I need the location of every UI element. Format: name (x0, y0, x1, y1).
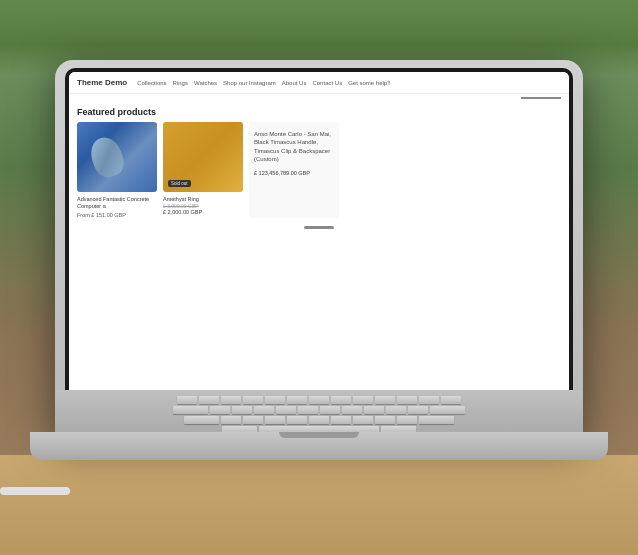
key (419, 416, 454, 424)
key (210, 406, 230, 414)
product-image-1 (77, 122, 157, 192)
key (397, 396, 417, 404)
key (342, 406, 362, 414)
site-logo[interactable]: Theme Demo (77, 78, 127, 87)
nav-contact[interactable]: Contact Us (312, 80, 342, 86)
laptop-cable (0, 487, 70, 495)
key (320, 406, 340, 414)
key (184, 416, 219, 424)
table-surface (0, 455, 638, 555)
key (309, 396, 329, 404)
key (232, 406, 252, 414)
key (221, 396, 241, 404)
key (276, 406, 296, 414)
product-card-1[interactable]: Advanced Fantastic Concrete Computer a F… (77, 122, 157, 218)
key (419, 396, 439, 404)
key (243, 396, 263, 404)
featured-title: Featured products (69, 99, 569, 122)
nav-watches[interactable]: Watches (194, 80, 217, 86)
key (309, 416, 329, 424)
key (364, 406, 384, 414)
laptop-body: Theme Demo Collections Rings Watches Sho… (55, 60, 583, 440)
key (430, 406, 465, 414)
product-name-1: Advanced Fantastic Concrete Computer a (77, 196, 157, 210)
product-price-new-2: £ 2,000.00 GBP (163, 209, 243, 215)
keyboard-row-1 (65, 396, 573, 404)
product-name-2: Amethyst Ring (163, 196, 243, 203)
nav-rings[interactable]: Rings (173, 80, 188, 86)
products-grid: Advanced Fantastic Concrete Computer a F… (69, 122, 569, 218)
key (353, 396, 373, 404)
key (331, 396, 351, 404)
keyboard-row-3 (65, 416, 573, 424)
nav-collections[interactable]: Collections (137, 80, 166, 86)
key (408, 406, 428, 414)
key (173, 406, 208, 414)
nav-about[interactable]: About Us (282, 80, 307, 86)
key (375, 416, 395, 424)
product-card-2[interactable]: Sold out Amethyst Ring £ 3,000.00 GBP £ … (163, 122, 243, 218)
product-card-3[interactable]: Anso Monte Carlo - San Mai, Black Timasc… (249, 122, 339, 218)
key (265, 416, 285, 424)
keyboard-row-2 (65, 406, 573, 414)
laptop-base-notch (279, 432, 359, 438)
navbar: Theme Demo Collections Rings Watches Sho… (69, 72, 569, 94)
key (287, 416, 307, 424)
key (287, 396, 307, 404)
key (254, 406, 274, 414)
screen-content: Theme Demo Collections Rings Watches Sho… (69, 72, 569, 412)
product-image-2: Sold out (163, 122, 243, 192)
key (265, 396, 285, 404)
key (177, 396, 197, 404)
key (397, 416, 417, 424)
nav-help[interactable]: Get some help!! (348, 80, 390, 86)
nav-links: Collections Rings Watches Shop our Insta… (137, 80, 561, 86)
key (243, 416, 263, 424)
product-desc-3: Anso Monte Carlo - San Mai, Black Timasc… (254, 130, 334, 164)
key (441, 396, 461, 404)
sold-out-badge: Sold out (168, 180, 191, 187)
key (375, 396, 395, 404)
scroll-indicator (304, 226, 334, 229)
key (199, 396, 219, 404)
key (353, 416, 373, 424)
product-price-1: From £ 151.00 GBP (77, 212, 157, 218)
product-price-3: £ 123,456,789.00 GBP (254, 170, 334, 176)
key (298, 406, 318, 414)
key (331, 416, 351, 424)
key (221, 416, 241, 424)
laptop-base (30, 432, 608, 460)
nav-instagram[interactable]: Shop our Instagram (223, 80, 276, 86)
key (386, 406, 406, 414)
screen-bezel: Theme Demo Collections Rings Watches Sho… (65, 68, 573, 416)
